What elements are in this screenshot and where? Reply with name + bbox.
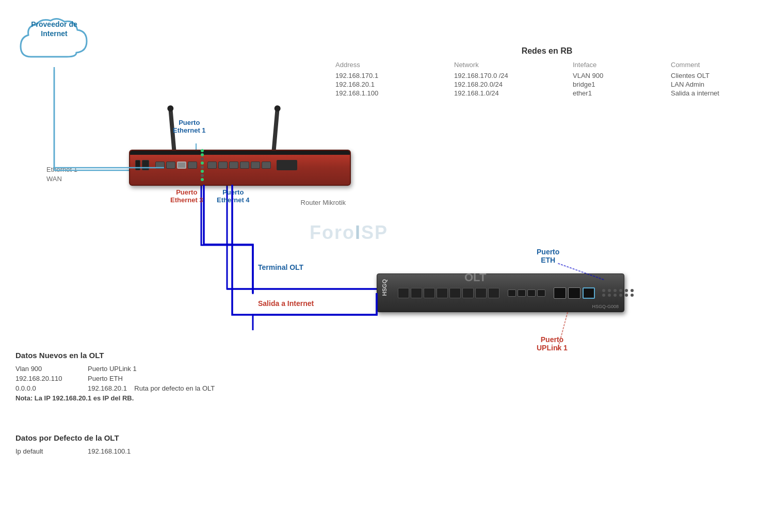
dn-value-2: Puerto ETH	[88, 375, 123, 382]
dn-value-1: Puerto UPLink 1	[88, 365, 137, 373]
redes-title: Redes en RB	[335, 46, 759, 56]
olt-device: HSGQ	[377, 273, 624, 312]
puerto-ethernet-4-label: Puerto Ethernet 4	[217, 188, 250, 204]
datos-nuevos-title: Datos Nuevos en la OLT	[15, 351, 377, 360]
dn-label-3: 0.0.0.0	[15, 384, 77, 392]
redes-table: Redes en RB Address Network Inteface Com…	[335, 46, 759, 97]
olt-device-label: OLT	[464, 271, 486, 284]
net-2: 192.168.20.0/24	[454, 80, 557, 88]
datos-defecto-section: Datos por Defecto de la OLT Ip default 1…	[15, 433, 377, 457]
watermark: ForoISP	[310, 222, 388, 244]
terminal-olt-label: Terminal OLT	[258, 263, 303, 271]
col-header-address: Address	[335, 61, 439, 71]
addr-2: 192.168.20.1	[335, 80, 439, 88]
cloud-label: Proveedor de Internet	[23, 20, 85, 38]
comment-1: Clientes OLT	[671, 72, 774, 79]
puerto-ethernet-1-label: Puerto Ethernet 1	[173, 119, 206, 134]
olt-uplink-ports	[554, 287, 595, 299]
col-header-network: Network	[454, 61, 557, 71]
datos-nuevos-section: Datos Nuevos en la OLT Vlan 900 Puerto U…	[15, 351, 377, 402]
puerto-ethernet-3-label: Puerto Ethernet 3	[170, 188, 203, 204]
puerto-eth-label: Puerto ETH	[537, 248, 559, 264]
olt-leds	[602, 289, 635, 297]
col-header-comment: Comment	[671, 61, 774, 71]
net-1: 192.168.170.0 /24	[454, 72, 557, 79]
comment-2: LAN Admin	[671, 80, 774, 88]
dn-label-2: 192.168.20.110	[15, 375, 77, 382]
datos-nuevos-row-2: 192.168.20.110 Puerto ETH	[15, 375, 377, 382]
col-header-interface: Inteface	[573, 61, 655, 71]
olt-eth-ports	[508, 289, 545, 297]
iface-3: ether1	[573, 89, 655, 97]
addr-3: 192.168.1.100	[335, 89, 439, 97]
olt-sfp-ports	[398, 288, 499, 298]
antenna-right	[271, 108, 279, 152]
addr-1: 192.168.170.1	[335, 72, 439, 79]
dd-value-1: 192.168.100.1	[88, 447, 131, 455]
iface-1: VLAN 900	[573, 72, 655, 79]
olt-brand: HSGQ	[381, 279, 388, 296]
datos-defecto-row-1: Ip default 192.168.100.1	[15, 447, 377, 455]
salida-internet-label: Salida a Internet	[258, 299, 314, 308]
dd-label-1: Ip default	[15, 447, 77, 455]
dn-value-3: 192.168.20.1 Ruta por defecto en la OLT	[88, 384, 215, 392]
ethernet-wan-label: Ethernet 1 WAN	[46, 165, 77, 184]
comment-3: Salida a internet	[671, 89, 774, 97]
redes-grid: Address Network Inteface Comment 192.168…	[335, 61, 759, 97]
datos-defecto-title: Datos por Defecto de la OLT	[15, 433, 377, 442]
datos-nuevos-row-1: Vlan 900 Puerto UPLink 1	[15, 365, 377, 373]
puerto-uplink-label: Puerto UPLink 1	[537, 335, 568, 352]
olt-model: HSGQ-G008	[592, 304, 619, 309]
net-3: 192.168.1.0/24	[454, 89, 557, 97]
router-label: Router Mikrotik	[301, 199, 346, 206]
datos-nuevos-row-3: 0.0.0.0 192.168.20.1 Ruta por defecto en…	[15, 384, 377, 392]
iface-2: bridge1	[573, 80, 655, 88]
dn-label-1: Vlan 900	[15, 365, 77, 373]
datos-nuevos-nota: Nota: La IP 192.168.20.1 es IP del RB.	[15, 394, 377, 402]
